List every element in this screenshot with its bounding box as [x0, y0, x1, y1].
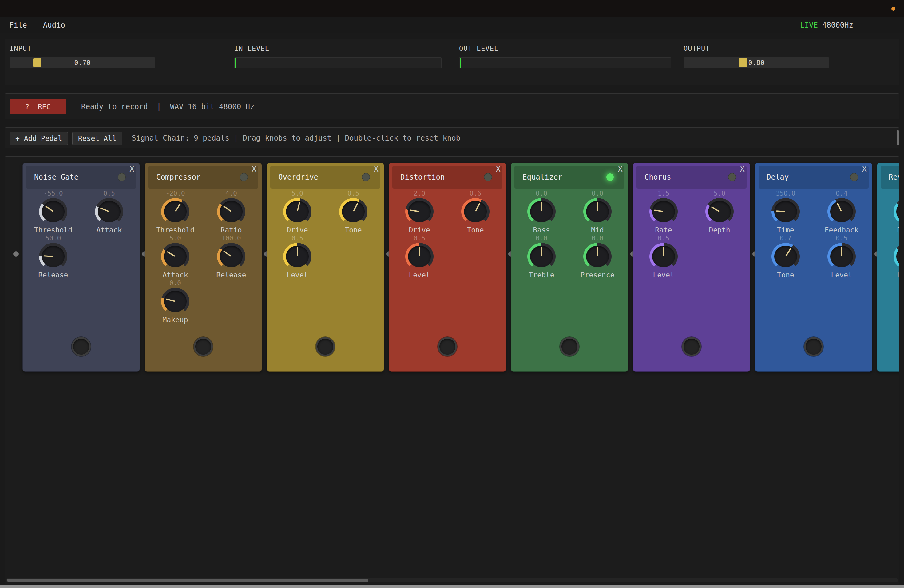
- led-indicator[interactable]: [240, 173, 248, 181]
- knob-dial[interactable]: [893, 243, 899, 270]
- footswitch[interactable]: [682, 337, 701, 356]
- led-indicator[interactable]: [484, 173, 492, 181]
- knob-value: 1.5: [658, 190, 669, 198]
- knob-dial[interactable]: [95, 198, 123, 225]
- input-gain-handle[interactable]: [33, 58, 41, 67]
- knob-dial[interactable]: [217, 198, 245, 225]
- knob-value: 0.0: [536, 234, 547, 242]
- knob-pointer: [405, 243, 433, 270]
- knob-dial[interactable]: [461, 198, 490, 225]
- knob-dial[interactable]: [39, 198, 67, 225]
- led-indicator[interactable]: [118, 173, 126, 181]
- close-pedal-button[interactable]: X: [615, 164, 626, 174]
- knob-pointer: [527, 198, 556, 225]
- input-gain-slider[interactable]: 0.70: [9, 57, 155, 68]
- knob-dial[interactable]: [650, 243, 678, 270]
- knob-dial[interactable]: [405, 243, 433, 270]
- led-indicator[interactable]: [728, 173, 736, 181]
- knob-label: Decay: [897, 226, 899, 234]
- pedal-header[interactable]: Noise Gate: [26, 166, 136, 188]
- led-indicator[interactable]: [362, 173, 370, 181]
- knob-dial[interactable]: [705, 198, 734, 225]
- close-pedal-button[interactable]: X: [859, 164, 869, 174]
- pedal-header[interactable]: Compressor: [148, 166, 258, 188]
- in-level-label: IN LEVEL: [234, 44, 441, 52]
- footswitch[interactable]: [804, 337, 823, 356]
- pedal-distortion: Distortion X 2.0 Drive 0.6 Tone 0.5: [389, 163, 506, 372]
- knob-value: 50.0: [46, 234, 61, 242]
- knob-dial[interactable]: [583, 198, 612, 225]
- knob-pointer: [212, 192, 250, 231]
- knob-dial[interactable]: [771, 243, 800, 270]
- knob-pointer: [583, 243, 612, 270]
- add-pedal-button[interactable]: + Add Pedal: [9, 132, 68, 145]
- knob-pointer: [648, 196, 679, 228]
- footswitch[interactable]: [72, 337, 91, 356]
- knob-label: Level: [831, 270, 852, 279]
- app-window: File Audio LIVE 48000Hz INPUT 0.70 IN LE…: [0, 0, 904, 588]
- knob-dial[interactable]: [405, 198, 433, 225]
- footswitch[interactable]: [560, 337, 579, 356]
- close-pedal-button[interactable]: X: [493, 164, 503, 174]
- knob-grid: -20.0 Threshold 4.0 Ratio 5.0 Attack 100…: [147, 190, 259, 324]
- pedal-header[interactable]: Chorus: [637, 166, 747, 188]
- pedal-header[interactable]: Overdrive: [270, 166, 380, 188]
- knob-threshold: -55.0 Threshold: [25, 190, 81, 234]
- knob-dial[interactable]: [161, 288, 190, 315]
- in-level-meter-fill: [235, 58, 237, 68]
- knob-value: 0.0: [592, 234, 603, 242]
- output-label: OUTPUT: [684, 44, 829, 52]
- knob-dial[interactable]: [827, 198, 856, 225]
- pedal-board: Noise Gate X -55.0 Threshold 0.5 Attack …: [5, 156, 899, 584]
- knob-dial[interactable]: [283, 243, 311, 270]
- knob-dial[interactable]: [893, 198, 899, 225]
- knob-tone: 0.6 Tone: [447, 190, 503, 234]
- knob-value: 2.0: [414, 190, 425, 198]
- close-pedal-button[interactable]: X: [249, 164, 259, 174]
- pedal-overdrive: Overdrive X 5.0 Drive 0.5 Tone 0.5: [267, 163, 384, 372]
- close-pedal-button[interactable]: X: [127, 164, 137, 174]
- pedal-header[interactable]: Distortion: [392, 166, 503, 188]
- knob-pointer: [156, 237, 194, 275]
- vertical-scrollbar-thumb[interactable]: [897, 130, 899, 145]
- knob-dial[interactable]: [527, 198, 556, 225]
- knob-dial[interactable]: [339, 198, 367, 225]
- knob-drive: 2.0 Drive: [392, 190, 447, 234]
- horizontal-scrollbar[interactable]: [6, 578, 898, 582]
- knob-dial[interactable]: [583, 243, 612, 270]
- knob-pointer: [156, 193, 194, 231]
- knob-tone: 0.7 Tone: [758, 234, 814, 279]
- recorder-status: Ready to record | WAV 16-bit 48000 Hz: [81, 94, 254, 120]
- footswitch[interactable]: [316, 337, 335, 356]
- knob-dial[interactable]: [650, 198, 678, 225]
- knob-dial[interactable]: [827, 243, 856, 270]
- footswitch[interactable]: [194, 337, 213, 356]
- knob-dial[interactable]: [217, 243, 245, 270]
- footswitch[interactable]: [438, 337, 457, 356]
- window-indicator-dot[interactable]: [891, 7, 895, 11]
- pedal-header[interactable]: Delay: [759, 166, 869, 188]
- knob-dial[interactable]: [161, 243, 190, 270]
- knob-pointer: [34, 192, 72, 231]
- led-indicator[interactable]: [606, 173, 614, 181]
- led-indicator[interactable]: [850, 173, 858, 181]
- knob-dial[interactable]: [771, 198, 800, 225]
- close-pedal-button[interactable]: X: [737, 164, 748, 174]
- close-pedal-button[interactable]: X: [371, 164, 381, 174]
- window-resize-edge[interactable]: [0, 585, 904, 588]
- knob-dial[interactable]: [283, 198, 311, 225]
- knob-dial[interactable]: [39, 243, 67, 270]
- knob-level: 0.5 Level: [392, 234, 447, 279]
- reset-all-button[interactable]: Reset All: [72, 132, 122, 145]
- record-button[interactable]: ? REC: [9, 99, 66, 114]
- menu-file[interactable]: File: [9, 21, 27, 30]
- horizontal-scrollbar-thumb[interactable]: [7, 579, 368, 582]
- pedal-header[interactable]: Reverb: [880, 166, 899, 188]
- knob-dial[interactable]: [161, 198, 190, 225]
- audio-status: LIVE 48000Hz: [800, 17, 853, 33]
- pedal-header[interactable]: Equalizer: [514, 166, 624, 188]
- knob-dial[interactable]: [527, 243, 556, 270]
- output-gain-handle[interactable]: [739, 58, 747, 67]
- output-gain-slider[interactable]: 0.80: [684, 57, 829, 68]
- menu-audio[interactable]: Audio: [43, 21, 65, 30]
